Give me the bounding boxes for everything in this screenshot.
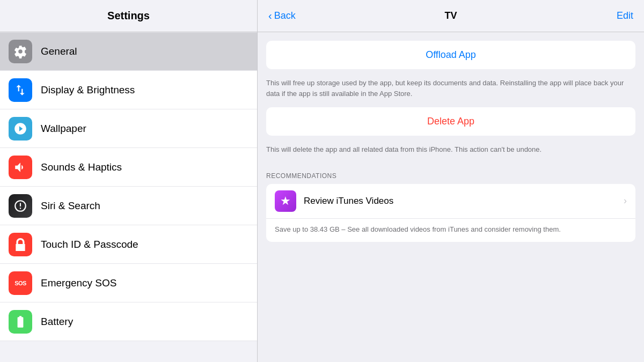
recommendation-title: Review iTunes Videos	[304, 196, 624, 206]
settings-title: Settings	[107, 10, 150, 22]
sidebar-item-display[interactable]: Display & Brightness	[0, 71, 257, 109]
sidebar-item-touchid[interactable]: Touch ID & Passcode	[0, 225, 257, 264]
siri-label: Siri & Search	[41, 200, 100, 212]
right-panel: Offload App This will free up storage us…	[258, 32, 644, 362]
delete-app-label: Delete App	[427, 116, 474, 127]
recommendation-description: Save up to 38.43 GB – See all downloaded…	[266, 219, 635, 242]
left-panel-header: Settings	[0, 0, 258, 32]
display-label: Display & Brightness	[41, 84, 135, 96]
panel-title: TV	[444, 10, 457, 21]
back-button[interactable]: ‹ Back	[268, 10, 296, 22]
sidebar-item-battery[interactable]: Battery	[0, 302, 257, 341]
sos-label: Emergency SOS	[41, 277, 117, 289]
itunes-icon: ★	[275, 190, 296, 212]
sounds-label: Sounds & Haptics	[41, 161, 122, 173]
sidebar-item-wallpaper[interactable]: Wallpaper	[0, 109, 257, 148]
offload-app-button[interactable]: Offload App	[266, 41, 635, 69]
review-itunes-row[interactable]: ★ Review iTunes Videos ›	[266, 184, 635, 219]
chevron-right-icon: ›	[624, 195, 627, 206]
left-panel: General Display & Brightness Wallpaper	[0, 32, 258, 362]
display-icon	[9, 78, 32, 102]
battery-icon	[9, 310, 32, 334]
star-icon: ★	[280, 194, 291, 208]
back-chevron-icon: ‹	[268, 10, 272, 22]
delete-description: This will delete the app and all related…	[258, 140, 644, 164]
right-panel-header: ‹ Back TV Edit	[258, 0, 644, 32]
back-label: Back	[274, 10, 296, 21]
delete-app-button[interactable]: Delete App	[266, 107, 635, 136]
sidebar-item-sounds[interactable]: Sounds & Haptics	[0, 148, 257, 187]
edit-button[interactable]: Edit	[617, 10, 633, 21]
sidebar-item-general[interactable]: General	[0, 32, 257, 71]
battery-label: Battery	[41, 316, 73, 328]
main-content: General Display & Brightness Wallpaper	[0, 32, 644, 362]
general-icon	[9, 40, 32, 63]
sidebar-item-siri[interactable]: Siri & Search	[0, 187, 257, 225]
siri-icon	[9, 194, 32, 218]
offload-app-card: Offload App	[266, 41, 635, 69]
touchid-label: Touch ID & Passcode	[41, 239, 138, 250]
wallpaper-label: Wallpaper	[41, 123, 86, 135]
recommendations-header: RECOMMENDATIONS	[258, 164, 644, 184]
sos-icon: SOS	[9, 271, 32, 295]
delete-app-card: Delete App	[266, 107, 635, 136]
sounds-icon	[9, 156, 32, 179]
general-label: General	[41, 46, 77, 57]
sidebar-item-sos[interactable]: SOS Emergency SOS	[0, 264, 257, 302]
wallpaper-icon	[9, 117, 32, 141]
offload-app-label: Offload App	[426, 49, 476, 61]
recommendation-card: ★ Review iTunes Videos › Save up to 38.4…	[266, 184, 635, 242]
top-header: Settings ‹ Back TV Edit	[0, 0, 644, 32]
offload-description: This will free up storage used by the ap…	[258, 73, 644, 107]
touchid-icon	[9, 233, 32, 256]
